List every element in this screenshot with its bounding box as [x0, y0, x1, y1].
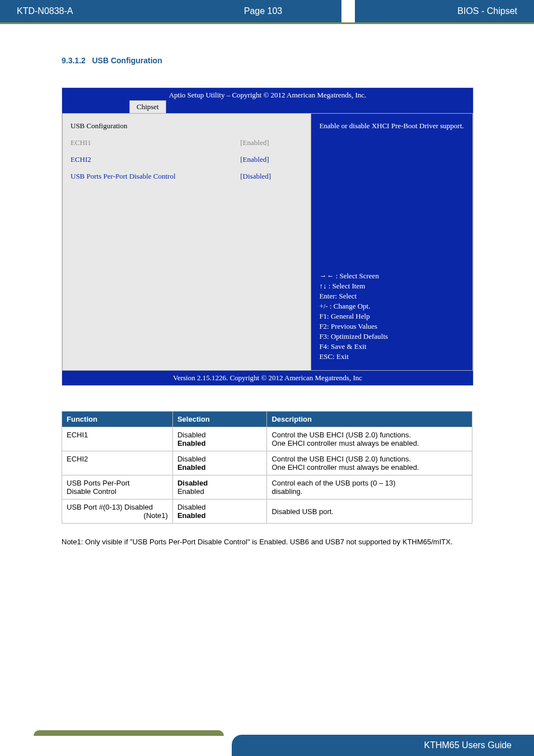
- bios-key-change-opt: +/- : Change Opt.: [319, 302, 465, 311]
- section-name: BIOS - Chipset: [355, 0, 534, 22]
- bios-heading-row: USB Configuration: [71, 122, 303, 130]
- bios-titlebar: Aptio Setup Utility – Copyright © 2012 A…: [62, 88, 473, 100]
- note-text: Note1: Only visible if "USB Ports Per-Po…: [62, 538, 472, 546]
- table-row: ECHI1 Disabled Enabled Control the USB E…: [62, 427, 472, 451]
- bios-label-echi1: ECHI1: [71, 138, 238, 147]
- selection-option: Disabled: [177, 431, 206, 439]
- function-table: Function Selection Description ECHI1 Dis…: [62, 411, 472, 524]
- bios-key-esc: ESC: Exit: [319, 352, 465, 361]
- bios-help-pane: Enable or disable XHCI Pre-Boot Driver s…: [311, 113, 473, 371]
- bios-key-f4: F4: Save & Exit: [319, 342, 465, 351]
- bios-row-usb-ports-disable[interactable]: USB Ports Per-Port Disable Control [Disa…: [71, 172, 303, 181]
- section-title: USB Configuration: [92, 56, 162, 65]
- desc-line: disabling.: [271, 487, 302, 496]
- bios-value-echi2: [Enabled]: [240, 155, 269, 164]
- selection-option: Disabled: [177, 455, 206, 463]
- selection-option: Enabled: [177, 487, 204, 496]
- table-row: USB Port #(0-13) Disabled (Note1) Disabl…: [62, 500, 472, 524]
- page-header: KTD-N0838-A Page 103 BIOS - Chipset: [0, 0, 534, 22]
- func-line: USB Ports Per-Port: [67, 479, 130, 487]
- cell-description: Control each of the USB ports (0 – 13) d…: [267, 475, 472, 500]
- bios-panel: Aptio Setup Utility – Copyright © 2012 A…: [62, 87, 474, 386]
- cell-function: USB Ports Per-Port Disable Control: [62, 475, 173, 500]
- selection-default: Enabled: [177, 463, 206, 472]
- bios-key-select-item: ↑↓ : Select Item: [319, 282, 465, 291]
- selection-default: Enabled: [177, 511, 206, 520]
- header-divider: [0, 22, 534, 24]
- th-description: Description: [267, 412, 472, 427]
- func-note-ref: (Note1): [144, 511, 168, 520]
- bios-settings-pane: USB Configuration ECHI1 [Enabled] ECHI2 …: [62, 113, 311, 371]
- cell-description: Control the USB EHCI (USB 2.0) functions…: [267, 427, 472, 451]
- cell-function: ECHI2: [62, 451, 173, 475]
- bios-heading: USB Configuration: [71, 122, 238, 130]
- cell-function: USB Port #(0-13) Disabled (Note1): [62, 500, 173, 524]
- bios-key-select-screen: →← : Select Screen: [319, 272, 465, 281]
- bios-tab-row: Chipset: [62, 100, 473, 113]
- bios-tab-chipset[interactable]: Chipset: [129, 100, 166, 113]
- doc-id: KTD-N0838-A: [0, 0, 185, 22]
- desc-line: Disabled USB port.: [271, 507, 334, 516]
- bios-row-echi1[interactable]: ECHI1 [Enabled]: [71, 138, 303, 147]
- func-line: USB Port #(0-13) Disabled: [67, 503, 153, 511]
- cell-selection: Disabled Enabled: [172, 475, 267, 500]
- cell-selection: Disabled Enabled: [172, 500, 267, 524]
- bios-footer: Version 2.15.1226. Copyright © 2012 Amer…: [62, 371, 473, 385]
- section-number: 9.3.1.2: [62, 56, 86, 65]
- cell-selection: Disabled Enabled: [172, 427, 267, 451]
- bios-row-echi2[interactable]: ECHI2 [Enabled]: [71, 155, 303, 164]
- bios-label-usbppd: USB Ports Per-Port Disable Control: [71, 172, 238, 181]
- cell-function: ECHI1: [62, 427, 173, 451]
- desc-line: Control the USB EHCI (USB 2.0) functions…: [271, 455, 411, 463]
- bios-key-list: →← : Select Screen ↑↓ : Select Item Ente…: [319, 272, 465, 362]
- page-number: Page 103: [185, 0, 341, 22]
- bios-label-echi2: ECHI2: [71, 155, 238, 164]
- table-row: USB Ports Per-Port Disable Control Disab…: [62, 475, 472, 500]
- selection-default: Enabled: [177, 439, 206, 447]
- desc-line: One EHCI controller must always be enabl…: [271, 463, 419, 472]
- selection-option: Disabled: [177, 503, 206, 511]
- bios-key-f3: F3: Optimized Defaults: [319, 332, 465, 341]
- bios-value-echi1: [Enabled]: [240, 138, 269, 147]
- cell-description: Disabled USB port.: [267, 500, 472, 524]
- bios-value-usbppd: [Disabled]: [240, 172, 271, 181]
- section-heading: 9.3.1.2 USB Configuration: [62, 56, 472, 65]
- func-line: Disable Control: [67, 487, 116, 496]
- bios-help-text: Enable or disable XHCI Pre-Boot Driver s…: [319, 122, 465, 130]
- footer-guide-label: KTHM65 Users Guide: [232, 735, 534, 756]
- desc-line: Control the USB EHCI (USB 2.0) functions…: [271, 431, 411, 439]
- th-function: Function: [62, 412, 173, 427]
- selection-default: Disabled: [177, 479, 208, 487]
- page-footer: KTHM65 Users Guide: [0, 734, 534, 756]
- cell-selection: Disabled Enabled: [172, 451, 267, 475]
- bios-key-f1: F1: General Help: [319, 312, 465, 321]
- footer-accent: [34, 730, 224, 736]
- th-selection: Selection: [172, 412, 267, 427]
- desc-line: One EHCI controller must always be enabl…: [271, 439, 419, 447]
- desc-line: Control each of the USB ports (0 – 13): [271, 479, 395, 487]
- bios-key-enter: Enter: Select: [319, 292, 465, 301]
- bios-key-f2: F2: Previous Values: [319, 322, 465, 331]
- table-row: ECHI2 Disabled Enabled Control the USB E…: [62, 451, 472, 475]
- cell-description: Control the USB EHCI (USB 2.0) functions…: [267, 451, 472, 475]
